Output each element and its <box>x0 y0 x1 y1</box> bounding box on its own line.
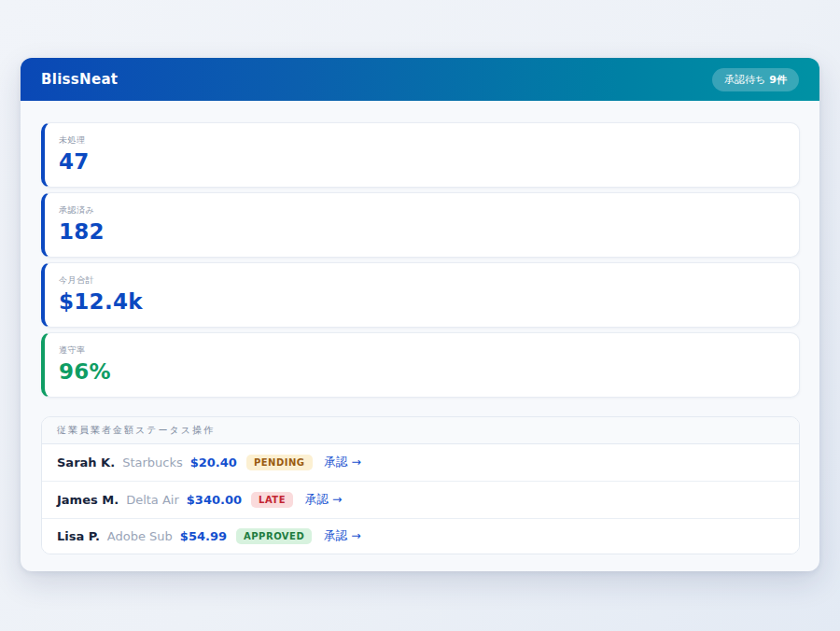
table-row: Sarah K. Starbucks $20.40 PENDING 承認 → <box>42 444 799 482</box>
employee-name: Sarah K. <box>57 456 115 470</box>
status-badge: PENDING <box>246 455 313 470</box>
expense-table: 従業員業者金額ステータス操作 Sarah K. Starbucks $20.40… <box>41 416 800 554</box>
stat-card-month-total: 今月合計 $12.4k <box>41 262 800 328</box>
expense-amount: $340.00 <box>187 493 242 507</box>
stat-card-unprocessed: 未処理 47 <box>41 122 800 188</box>
dashboard-card: BlissNeat 承認待ち9件 未処理 47 承認済み 182 今月合計 $1… <box>21 58 819 571</box>
stat-label: 未処理 <box>59 134 784 147</box>
stat-value: 96% <box>59 359 784 384</box>
vendor-name: Starbucks <box>122 456 183 470</box>
table-row: James M. Delta Air $340.00 LATE 承認 → <box>42 482 799 519</box>
app-header: BlissNeat 承認待ち9件 <box>21 58 819 101</box>
pending-count-badge: 承認待ち9件 <box>712 68 799 91</box>
status-badge: APPROVED <box>236 528 312 544</box>
expense-amount: $54.99 <box>180 529 227 543</box>
vendor-name: Delta Air <box>126 493 179 507</box>
stat-card-approved: 承認済み 182 <box>41 192 800 258</box>
approve-link[interactable]: 承認 → <box>324 528 360 544</box>
pending-count-label: 承認待ち <box>724 74 765 86</box>
stat-card-compliance: 遵守率 96% <box>41 332 800 398</box>
stat-value: 47 <box>59 149 784 174</box>
stat-value: $12.4k <box>59 289 784 314</box>
stat-label: 承認済み <box>59 204 784 217</box>
approve-link[interactable]: 承認 → <box>305 492 342 508</box>
vendor-name: Adobe Sub <box>107 529 173 543</box>
approve-link[interactable]: 承認 → <box>325 455 361 470</box>
expense-amount: $20.40 <box>190 456 237 470</box>
table-header: 従業員業者金額ステータス操作 <box>42 417 799 444</box>
pending-count-value: 9件 <box>769 74 787 86</box>
stat-label: 今月合計 <box>59 274 784 287</box>
stat-value: 182 <box>59 219 784 244</box>
employee-name: Lisa P. <box>57 529 100 543</box>
stat-label: 遵守率 <box>59 344 784 357</box>
card-body: 未処理 47 承認済み 182 今月合計 $12.4k 遵守率 96% 従業員業… <box>21 101 819 554</box>
app-title: BlissNeat <box>41 71 118 88</box>
table-row: Lisa P. Adobe Sub $54.99 APPROVED 承認 → <box>42 519 799 554</box>
status-badge: LATE <box>251 492 293 508</box>
employee-name: James M. <box>57 493 119 507</box>
